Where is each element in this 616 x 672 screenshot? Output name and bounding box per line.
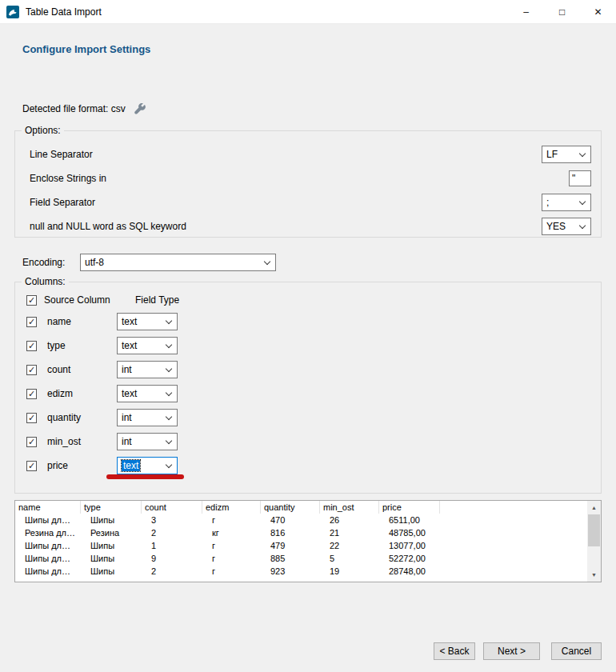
scrollbar-thumb[interactable] xyxy=(588,514,600,546)
preview-col-header: type xyxy=(81,501,142,514)
table-cell: 470 xyxy=(261,514,320,526)
table-cell: Резина xyxy=(81,526,142,539)
line-separator-label: Line Separator xyxy=(30,149,93,160)
field-type-select-count[interactable]: int xyxy=(117,361,178,378)
table-cell: 6511,00 xyxy=(379,514,440,526)
table-cell: Резина дл… xyxy=(15,526,81,539)
check-icon: ✓ xyxy=(28,342,35,350)
close-button[interactable]: ✕ xyxy=(580,0,616,24)
next-button[interactable]: Next > xyxy=(483,642,540,660)
chevron-down-icon xyxy=(166,366,172,372)
encoding-row: Encoding: utf-8 xyxy=(22,254,276,271)
mysql-workbench-icon xyxy=(6,6,19,18)
scroll-up-icon[interactable]: ▲ xyxy=(587,501,601,514)
field-separator-select[interactable]: ; xyxy=(542,194,591,211)
column-row-min-ost: ✓ min_ost int xyxy=(26,430,601,454)
columns-legend: Columns: xyxy=(22,276,69,287)
table-cell: 1 xyxy=(142,539,202,552)
encoding-label: Encoding: xyxy=(22,257,80,268)
field-type-select-edizm[interactable]: text xyxy=(117,385,178,402)
chevron-down-icon xyxy=(166,390,172,396)
table-cell: 5 xyxy=(320,552,379,565)
chevron-down-icon xyxy=(579,150,586,157)
field-type-select-min-ost[interactable]: int xyxy=(117,433,178,450)
cancel-button[interactable]: Cancel xyxy=(551,642,602,660)
field-type-select-type[interactable]: text xyxy=(117,337,178,354)
column-name-label: count xyxy=(47,364,117,375)
column-checkbox[interactable]: ✓ xyxy=(26,389,37,399)
column-checkbox[interactable]: ✓ xyxy=(26,461,37,471)
chevron-down-icon xyxy=(579,198,586,205)
column-checkbox[interactable]: ✓ xyxy=(26,437,37,447)
back-button[interactable]: < Back xyxy=(434,642,475,660)
table-cell: 3 xyxy=(142,514,202,526)
column-row-quantity: ✓ quantity int xyxy=(26,406,601,430)
title-bar: Table Data Import – □ ✕ xyxy=(0,0,616,24)
table-cell: 816 xyxy=(261,526,320,539)
field-type-value-selected: text xyxy=(122,460,140,471)
check-icon: ✓ xyxy=(28,318,35,326)
column-row-type: ✓ type text xyxy=(26,334,601,358)
table-cell: Шипы xyxy=(81,514,142,526)
enclose-strings-row: Enclose Strings in xyxy=(30,166,591,190)
field-type-select-name[interactable]: text xyxy=(117,313,178,330)
window-title: Table Data Import xyxy=(26,6,102,18)
field-type-select-quantity[interactable]: int xyxy=(117,409,178,426)
vertical-scrollbar[interactable]: ▲ ▼ xyxy=(587,501,601,582)
table-cell: Шипы дл… xyxy=(15,514,81,526)
chevron-down-icon xyxy=(166,438,172,444)
null-keyword-select[interactable]: YES xyxy=(542,218,591,235)
maximize-button[interactable]: □ xyxy=(544,0,580,24)
field-separator-label: Field Separator xyxy=(30,197,95,208)
column-name-label: quantity xyxy=(47,412,117,423)
table-row: Резина дл… Резина 2 кг 816 21 48785,00 xyxy=(15,526,601,539)
chevron-down-icon xyxy=(166,342,172,348)
table-cell: 479 xyxy=(261,539,320,552)
preview-col-header: min_ost xyxy=(320,501,379,514)
column-checkbox[interactable]: ✓ xyxy=(26,317,37,327)
column-name-label: price xyxy=(47,460,117,471)
field-type-value: text xyxy=(122,316,137,327)
column-checkbox[interactable]: ✓ xyxy=(26,365,37,375)
detected-format-label: Detected file format: csv xyxy=(22,103,126,114)
field-type-select-price[interactable]: text xyxy=(117,457,178,474)
chevron-down-icon xyxy=(166,462,172,468)
preview-col-header: count xyxy=(142,501,202,514)
column-checkbox[interactable]: ✓ xyxy=(26,413,37,423)
enclose-strings-input[interactable] xyxy=(569,170,591,186)
table-cell: 26 xyxy=(320,514,379,526)
preview-header-row: name type count edizm quantity min_ost p… xyxy=(15,501,601,514)
field-type-value: text xyxy=(122,340,137,351)
column-name-label: name xyxy=(47,316,117,327)
table-cell: 885 xyxy=(261,552,320,565)
column-name-label: type xyxy=(47,340,117,351)
table-cell: 22 xyxy=(320,539,379,552)
page-title: Configure Import Settings xyxy=(22,43,150,55)
table-row: Шипы дл… Шипы 2 г 923 19 28748,00 xyxy=(15,565,601,578)
scroll-down-icon[interactable]: ▼ xyxy=(587,568,601,582)
encoding-select[interactable]: utf-8 xyxy=(80,254,276,271)
preview-col-header: name xyxy=(15,501,81,514)
select-all-checkbox[interactable]: ✓ xyxy=(26,295,37,306)
null-keyword-row: null and NULL word as SQL keyword YES xyxy=(30,214,591,238)
field-type-header: Field Type xyxy=(135,294,179,306)
table-cell: 28748,00 xyxy=(379,565,440,578)
null-keyword-label: null and NULL word as SQL keyword xyxy=(30,221,186,232)
table-cell: Шипы дл… xyxy=(15,565,81,578)
field-separator-row: Field Separator ; xyxy=(30,190,591,214)
column-checkbox[interactable]: ✓ xyxy=(26,341,37,351)
field-type-value: int xyxy=(122,436,132,447)
preview-col-header: price xyxy=(379,501,440,514)
table-cell: Шипы xyxy=(81,539,142,552)
line-separator-row: Line Separator LF xyxy=(30,142,591,166)
column-row-name: ✓ name text xyxy=(26,310,601,334)
minimize-button[interactable]: – xyxy=(508,0,544,24)
table-cell: 21 xyxy=(320,526,379,539)
table-cell: кг xyxy=(202,526,261,539)
wrench-icon[interactable] xyxy=(134,102,146,115)
line-separator-select[interactable]: LF xyxy=(542,146,591,163)
table-cell: Шипы xyxy=(81,552,142,565)
table-cell: 13077,00 xyxy=(379,539,440,552)
table-row: Шипы дл… Шипы 3 г 470 26 6511,00 xyxy=(15,514,601,526)
field-type-value: text xyxy=(122,388,137,399)
